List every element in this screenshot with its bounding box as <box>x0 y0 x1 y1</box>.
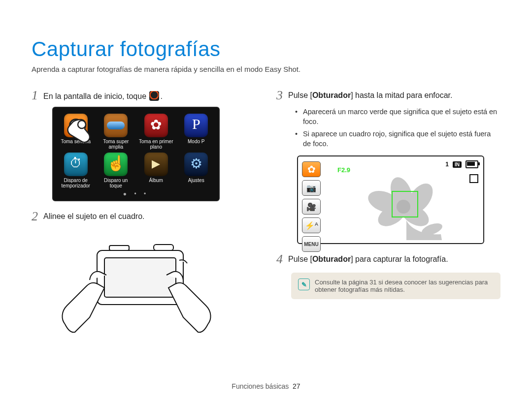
step-number: 2 <box>32 210 43 223</box>
page-subtitle: Aprenda a capturar fotografías de manera… <box>32 65 500 73</box>
footer-page-number: 27 <box>293 382 300 390</box>
svg-rect-4 <box>154 245 173 250</box>
resolution-icon <box>469 174 478 183</box>
home-screen-illustration: Toma sencillaToma super ampliaToma en pr… <box>52 107 220 201</box>
step-1-post: . <box>160 92 162 100</box>
bullet-item: Si aparece un cuadro rojo, significa que… <box>295 129 500 149</box>
home-app: Disparo de temporizador <box>57 153 95 188</box>
focus-bullets: Aparecerá un marco verde que significa q… <box>295 107 500 149</box>
battery-icon <box>466 160 478 168</box>
tip-note-text: Consulte la página 31 si desea conocer l… <box>315 278 494 293</box>
app-icon <box>104 153 128 176</box>
step-text: Alinee el sujeto en el cuadro. <box>43 212 144 221</box>
app-icon <box>104 114 128 137</box>
aperture-value: F2.9 <box>337 166 350 174</box>
app-icon <box>144 114 168 137</box>
home-app: Toma super amplia <box>98 114 135 150</box>
page-indicator-dots: ● • • <box>57 190 215 197</box>
app-icon <box>184 114 208 137</box>
info-icon: ✎ <box>298 278 310 290</box>
tip-note: ✎ Consulte la página 31 si desea conocer… <box>291 273 500 299</box>
step-4-pre: Pulse [ <box>288 255 312 263</box>
page-title: Capturar fotografías <box>32 37 500 61</box>
camera-lcd-illustration: ✿ 📷 🎥 ⚡ᴬ MENU F2.9 <box>297 155 484 244</box>
step-2: 2 Alinee el sujeto en el cuadro. <box>32 210 256 223</box>
app-label: Toma en primer plano <box>137 139 175 150</box>
shots-remaining: 1 <box>445 161 449 168</box>
app-label: Modo P <box>188 139 204 150</box>
home-app: Modo P <box>178 114 215 150</box>
step-3-pre: Pulse [ <box>288 91 312 99</box>
right-column: 3 Pulse [Obturador] hasta la mitad para … <box>276 86 500 334</box>
home-app: Ajustes <box>178 153 215 188</box>
svg-rect-3 <box>109 246 129 250</box>
easy-shot-icon <box>149 91 159 101</box>
app-label: Álbum <box>149 178 163 188</box>
video-mode-icon: 🎥 <box>302 199 321 215</box>
step-text: Pulse [Obturador] para capturar la fotog… <box>288 255 448 264</box>
home-app: Disparo un toque <box>98 153 135 188</box>
app-icon <box>64 114 88 137</box>
app-label: Disparo de temporizador <box>57 178 95 188</box>
step-4-bold: Obturador <box>312 255 351 263</box>
step-number: 3 <box>276 89 288 102</box>
home-app: Toma sencilla <box>57 114 95 150</box>
holding-camera-illustration <box>55 231 218 334</box>
step-3-post: ] hasta la mitad para enfocar. <box>351 91 452 99</box>
app-label: Disparo un toque <box>98 178 135 188</box>
home-app: Álbum <box>137 153 175 188</box>
svg-rect-2 <box>104 258 176 297</box>
flash-auto-icon: ⚡ᴬ <box>302 217 321 233</box>
step-3: 3 Pulse [Obturador] hasta la mitad para … <box>276 89 500 102</box>
step-4: 4 Pulse [Obturador] para capturar la fot… <box>276 253 500 266</box>
step-3-bold: Obturador <box>312 91 351 99</box>
home-app: Toma en primer plano <box>137 114 175 150</box>
app-label: Toma super amplia <box>98 139 135 150</box>
macro-mode-icon: ✿ <box>302 161 321 177</box>
focus-frame-green <box>392 191 418 217</box>
step-1: 1 En la pantalla de inicio, toque . <box>32 89 256 102</box>
step-1-pre: En la pantalla de inicio, toque <box>43 92 148 100</box>
photo-mode-icon: 📷 <box>302 180 321 196</box>
step-number: 1 <box>32 89 43 102</box>
page-footer: Funciones básicas 27 <box>0 382 532 390</box>
left-column: 1 En la pantalla de inicio, toque . Toma… <box>32 86 256 334</box>
step-text: En la pantalla de inicio, toque . <box>43 91 163 101</box>
storage-in-badge: IN <box>453 161 462 168</box>
app-label: Ajustes <box>188 178 204 188</box>
step-text: Pulse [Obturador] hasta la mitad para en… <box>288 91 452 100</box>
step-number: 4 <box>276 253 288 266</box>
app-icon <box>64 153 88 176</box>
bullet-item: Aparecerá un marco verde que significa q… <box>295 107 500 127</box>
footer-section: Funciones básicas <box>232 382 289 390</box>
step-4-post: ] para capturar la fotografía. <box>351 255 448 263</box>
app-icon <box>184 153 208 176</box>
menu-button-icon: MENU <box>302 236 321 252</box>
app-icon <box>144 153 168 176</box>
app-label: Toma sencilla <box>61 139 91 150</box>
